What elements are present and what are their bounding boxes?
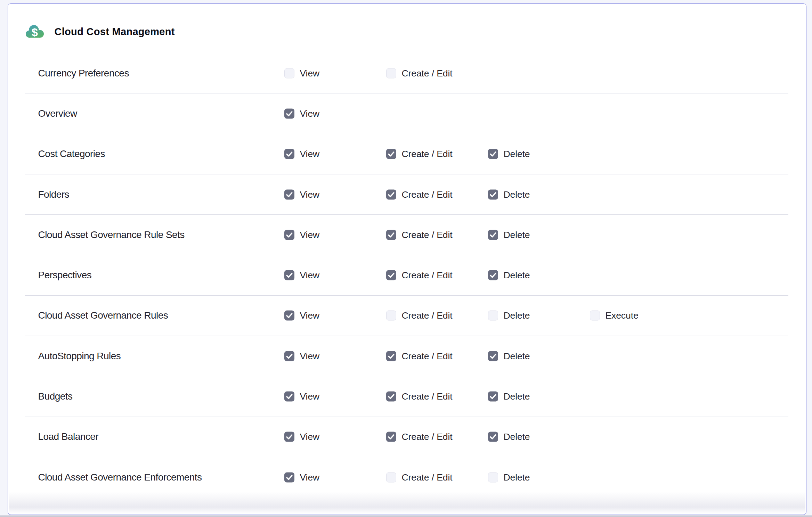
svg-text:$: $ bbox=[32, 26, 38, 38]
